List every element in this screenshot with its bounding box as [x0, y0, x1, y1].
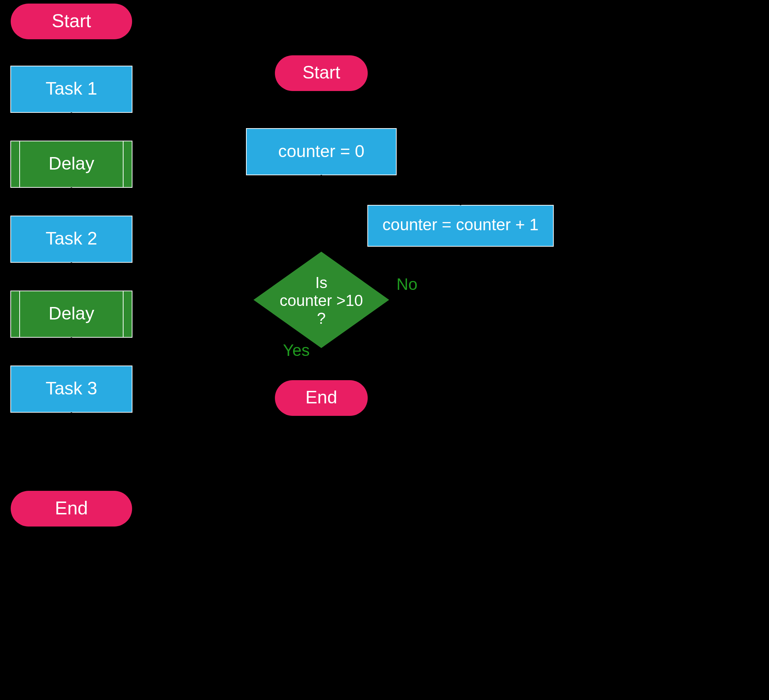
process-increment-label: counter = counter + 1: [382, 215, 538, 234]
subroutine-delay1: Delay: [11, 141, 132, 187]
decision-line1: Is: [315, 274, 327, 291]
terminator-start-r-label: Start: [302, 63, 340, 82]
decision-line2: counter >10: [280, 292, 363, 309]
process-task1-label: Task 1: [46, 79, 98, 98]
arrow-loop-back: [321, 193, 460, 205]
process-init: counter = 0: [246, 129, 396, 175]
subroutine-delay1-label: Delay: [48, 153, 94, 174]
flowchart-right: Start counter = 0 Is counter >10 ? No Ye…: [246, 55, 553, 416]
process-task2: Task 2: [11, 216, 132, 262]
process-task2-label: Task 2: [46, 229, 98, 248]
terminator-end-r: End: [275, 380, 368, 416]
edge-label-yes: Yes: [283, 341, 309, 359]
decision-line3: ?: [317, 309, 326, 327]
subroutine-delay2: Delay: [11, 291, 132, 337]
flowchart-canvas: Start Task 1 Delay Task 2 Delay: [0, 0, 769, 700]
terminator-start-label: Start: [52, 10, 91, 31]
terminator-start-r: Start: [275, 55, 368, 91]
process-init-label: counter = 0: [278, 142, 365, 161]
terminator-end-label: End: [55, 497, 88, 518]
terminator-end-r-label: End: [306, 387, 337, 407]
subroutine-delay2-label: Delay: [48, 303, 94, 323]
process-increment: counter = counter + 1: [368, 205, 553, 246]
process-task3: Task 3: [11, 366, 132, 412]
flowchart-left: Start Task 1 Delay Task 2 Delay: [11, 3, 132, 526]
decision-counter: Is counter >10 ?: [254, 252, 389, 348]
terminator-start: Start: [11, 3, 132, 39]
terminator-end: End: [11, 491, 132, 526]
edge-label-no: No: [397, 275, 418, 293]
process-task1: Task 1: [11, 66, 132, 113]
process-task3-label: Task 3: [46, 378, 98, 398]
